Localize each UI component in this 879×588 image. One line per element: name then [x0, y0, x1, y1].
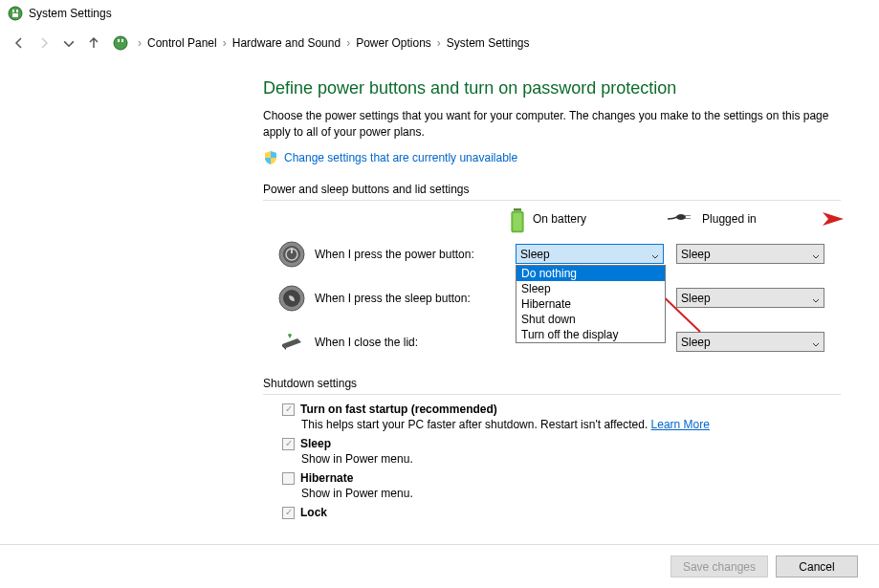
hibernate-label: Hibernate	[300, 471, 353, 485]
breadcrumb-hardware-sound[interactable]: Hardware and Sound	[232, 36, 341, 50]
shutdown-section-header: Shutdown settings	[263, 377, 841, 390]
chevron-down-icon	[812, 338, 820, 346]
dropdown-value: Sleep	[520, 248, 651, 261]
battery-icon	[510, 208, 525, 229]
column-headers: On battery Plugged in	[263, 208, 841, 229]
page-description: Choose the power settings that you want …	[263, 108, 841, 141]
divider	[263, 394, 841, 395]
power-section-header: Power and sleep buttons and lid settings	[263, 183, 841, 196]
svg-point-3	[114, 36, 127, 50]
svg-rect-8	[513, 212, 521, 230]
power-button-row: When I press the power button: Sleep Do …	[263, 241, 841, 268]
svg-point-9	[676, 214, 686, 220]
on-battery-column: On battery	[510, 208, 586, 229]
lock-label: Lock	[300, 506, 327, 519]
page-title: Define power buttons and turn on passwor…	[263, 78, 841, 98]
svg-rect-1	[12, 10, 14, 12]
hibernate-row: Hibernate	[282, 471, 841, 485]
dropdown-option-sleep[interactable]: Sleep	[516, 281, 665, 296]
forward-button[interactable]	[34, 33, 54, 53]
fast-startup-row: Turn on fast startup (recommended)	[282, 403, 841, 416]
fast-startup-label: Turn on fast startup (recommended)	[300, 403, 497, 416]
svg-rect-4	[118, 39, 120, 42]
cancel-button[interactable]: Cancel	[776, 555, 858, 577]
hibernate-checkbox[interactable]	[282, 472, 295, 485]
svg-rect-10	[685, 215, 691, 216]
navbar: › Control Panel › Hardware and Sound › P…	[0, 27, 879, 59]
chevron-right-icon[interactable]: ›	[344, 36, 352, 50]
up-button[interactable]	[84, 33, 103, 53]
laptop-lid-icon	[278, 329, 305, 356]
sleep-button-label: When I press the sleep button:	[315, 292, 506, 305]
change-settings-link-text[interactable]: Change settings that are currently unava…	[284, 151, 517, 164]
sleep-label: Sleep	[300, 437, 331, 450]
titlebar: System Settings	[0, 0, 879, 27]
svg-rect-6	[514, 208, 521, 211]
sleep-button-icon	[278, 285, 305, 312]
svg-rect-2	[16, 10, 18, 12]
shutdown-settings: Shutdown settings Turn on fast startup (…	[263, 377, 841, 519]
fast-startup-checkbox[interactable]	[282, 403, 295, 416]
content: Define power buttons and turn on passwor…	[0, 59, 879, 540]
dropdown-value: Sleep	[681, 336, 812, 349]
back-button[interactable]	[10, 33, 29, 53]
dropdown-list: Do nothing Sleep Hibernate Shut down Tur…	[516, 265, 666, 343]
window-title: System Settings	[29, 7, 112, 20]
dropdown-value: Sleep	[681, 292, 812, 305]
power-options-icon	[113, 35, 128, 51]
plugged-in-column: Plugged in	[668, 212, 757, 226]
dropdown-option-hibernate[interactable]: Hibernate	[516, 296, 665, 312]
breadcrumb-power-options[interactable]: Power Options	[356, 36, 431, 50]
close-lid-label: When I close the lid:	[315, 336, 506, 349]
svg-rect-11	[685, 218, 691, 219]
lock-row: Lock	[282, 506, 841, 519]
sleep-row: Sleep	[282, 437, 841, 450]
breadcrumb-control-panel[interactable]: Control Panel	[147, 36, 217, 50]
plugged-in-label: Plugged in	[702, 212, 757, 226]
power-button-icon	[278, 241, 305, 268]
chevron-right-icon[interactable]: ›	[221, 36, 229, 50]
plug-icon	[668, 212, 694, 226]
dropdown-option-shut-down[interactable]: Shut down	[516, 312, 665, 327]
svg-rect-15	[291, 248, 293, 253]
svg-rect-5	[121, 39, 123, 42]
learn-more-link[interactable]: Learn More	[651, 418, 710, 431]
chevron-down-icon	[651, 250, 659, 258]
chevron-down-icon	[812, 294, 820, 302]
change-settings-link[interactable]: Change settings that are currently unava…	[263, 150, 841, 165]
sleep-checkbox[interactable]	[282, 438, 295, 450]
hibernate-desc: Show in Power menu.	[301, 487, 841, 500]
lock-checkbox[interactable]	[282, 507, 295, 519]
power-button-label: When I press the power button:	[315, 248, 506, 261]
chevron-down-icon	[812, 250, 820, 258]
divider	[263, 200, 841, 201]
recent-dropdown-icon[interactable]	[59, 33, 78, 53]
sleep-desc: Show in Power menu.	[301, 452, 841, 466]
power-button-battery-dropdown[interactable]: Sleep Do nothing Sleep Hibernate Shut do…	[516, 244, 664, 264]
dropdown-option-turn-off-display[interactable]: Turn off the display	[516, 327, 665, 342]
shield-icon	[263, 150, 278, 165]
fast-startup-desc: This helps start your PC faster after sh…	[301, 418, 841, 431]
breadcrumb: › Control Panel › Hardware and Sound › P…	[113, 35, 530, 51]
close-lid-plugged-dropdown[interactable]: Sleep	[676, 332, 824, 352]
on-battery-label: On battery	[533, 212, 586, 226]
breadcrumb-system-settings[interactable]: System Settings	[447, 36, 530, 50]
power-button-plugged-dropdown[interactable]: Sleep	[676, 244, 824, 264]
dropdown-option-do-nothing[interactable]: Do nothing	[516, 266, 665, 281]
dropdown-value: Sleep	[681, 248, 812, 261]
chevron-right-icon[interactable]: ›	[136, 36, 143, 50]
chevron-right-icon[interactable]: ›	[435, 36, 443, 50]
sleep-button-plugged-dropdown[interactable]: Sleep	[676, 288, 824, 308]
power-options-icon	[8, 6, 23, 21]
footer: Save changes Cancel	[0, 544, 879, 588]
save-changes-button[interactable]: Save changes	[670, 555, 768, 577]
